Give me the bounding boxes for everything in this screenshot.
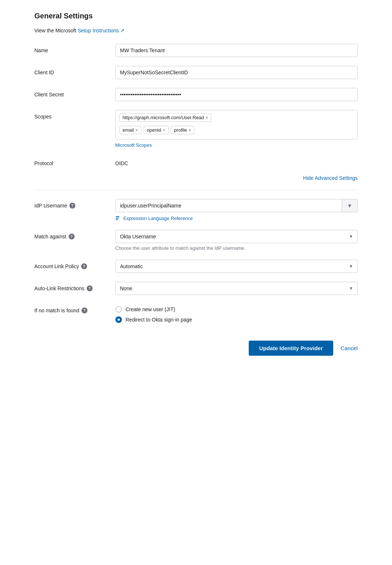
expression-link-text: Expression Language Reference	[123, 216, 193, 221]
auto-link-restrictions-label: Auto-Link Restrictions ?	[35, 282, 115, 291]
account-link-policy-select[interactable]: Automatic Disabled	[115, 260, 358, 273]
svg-rect-1	[116, 218, 119, 218]
no-match-radio-group: Create new user (JIT) Redirect to Okta s…	[115, 304, 358, 323]
protocol-field-row: Protocol OIDC	[35, 157, 358, 166]
external-link-icon: ↗	[120, 28, 125, 33]
setup-prefix: View the Microsoft	[35, 28, 76, 33]
client-id-field-row: Client ID	[35, 66, 358, 79]
idp-username-dropdown-button[interactable]: ▼	[342, 199, 357, 212]
svg-rect-2	[116, 219, 118, 220]
match-against-control-wrap: Okta Username Okta Email Custom ▼ Choose…	[115, 230, 358, 251]
client-secret-label: Client Secret	[35, 88, 115, 97]
page-container: General Settings View the Microsoft Setu…	[20, 0, 373, 378]
no-match-field-row: If no match is found ? Create new user (…	[35, 304, 358, 323]
remove-openid-btn[interactable]: ×	[163, 128, 165, 132]
match-against-label: Match against ?	[35, 230, 115, 239]
no-match-control-wrap: Create new user (JIT) Redirect to Okta s…	[115, 304, 358, 323]
remove-profile-btn[interactable]: ×	[188, 128, 191, 132]
no-match-option-redirect[interactable]: Redirect to Okta sign-in page	[115, 316, 358, 323]
hide-advanced-button[interactable]: Hide Advanced Settings	[303, 175, 358, 181]
radio-circle-jit	[115, 306, 122, 313]
idp-username-input-group: ▼	[115, 199, 358, 212]
scopes-top-row: https://graph.microsoft.com/User.Read ×	[119, 113, 354, 122]
no-match-help-icon[interactable]: ?	[82, 308, 87, 313]
idp-username-input[interactable]	[116, 199, 342, 212]
match-against-field-row: Match against ? Okta Username Okta Email…	[35, 230, 358, 251]
match-against-help-text: Choose the user attribute to match again…	[115, 245, 358, 251]
update-identity-provider-button[interactable]: Update Identity Provider	[249, 341, 333, 356]
account-link-policy-control-wrap: Automatic Disabled ▼	[115, 260, 358, 273]
footer-row: Update Identity Provider Cancel	[35, 341, 358, 356]
account-link-policy-label: Account Link Policy ?	[35, 260, 115, 269]
scopes-field-row: Scopes https://graph.microsoft.com/User.…	[35, 110, 358, 148]
name-input[interactable]	[115, 44, 358, 57]
radio-circle-redirect	[115, 316, 122, 323]
protocol-label: Protocol	[35, 157, 115, 166]
idp-username-help-icon[interactable]: ?	[69, 203, 75, 209]
hide-advanced-row: Hide Advanced Settings	[35, 175, 358, 181]
match-against-select-wrap: Okta Username Okta Email Custom ▼	[115, 230, 358, 243]
expression-language-link[interactable]: Expression Language Reference	[115, 215, 358, 221]
microsoft-scopes-link[interactable]: Microsoft Scopes	[115, 142, 358, 148]
scopes-box[interactable]: https://graph.microsoft.com/User.Read × …	[115, 110, 358, 139]
divider	[35, 190, 358, 190]
auto-link-restrictions-control-wrap: None Any Group ▼	[115, 282, 358, 295]
auto-link-restrictions-field-row: Auto-Link Restrictions ? None Any Group …	[35, 282, 358, 295]
scopes-label: Scopes	[35, 110, 115, 120]
name-control-wrap	[115, 44, 358, 57]
client-id-label: Client ID	[35, 66, 115, 75]
setup-instructions-link[interactable]: Setup Instructions ↗	[78, 28, 125, 33]
svg-rect-0	[116, 216, 119, 217]
no-match-label: If no match is found ?	[35, 304, 115, 313]
expression-icon	[115, 215, 121, 221]
protocol-control-wrap: OIDC	[115, 157, 358, 166]
idp-username-field-row: IdP Username ? ▼ Expression Language Ref…	[35, 199, 358, 221]
client-id-control-wrap	[115, 66, 358, 79]
client-secret-field-row: Client Secret	[35, 88, 358, 101]
auto-link-restrictions-select-wrap: None Any Group ▼	[115, 282, 358, 295]
cancel-button[interactable]: Cancel	[341, 341, 358, 356]
scope-tag-profile: profile ×	[171, 126, 194, 134]
page-title: General Settings	[35, 12, 358, 20]
remove-ms-graph-btn[interactable]: ×	[205, 116, 208, 120]
name-field-row: Name	[35, 44, 358, 57]
remove-email-btn[interactable]: ×	[136, 128, 138, 132]
account-link-policy-field-row: Account Link Policy ? Automatic Disabled…	[35, 260, 358, 273]
idp-username-control-wrap: ▼ Expression Language Reference	[115, 199, 358, 221]
idp-username-label: IdP Username ?	[35, 199, 115, 209]
client-secret-input[interactable]	[115, 88, 358, 101]
scopes-control-wrap: https://graph.microsoft.com/User.Read × …	[115, 110, 358, 148]
auto-link-restrictions-help-icon[interactable]: ?	[87, 285, 93, 291]
client-secret-control-wrap	[115, 88, 358, 101]
name-label: Name	[35, 44, 115, 53]
setup-instructions-row: View the Microsoft Setup Instructions ↗	[35, 28, 358, 33]
account-link-policy-help-icon[interactable]: ?	[81, 263, 87, 269]
no-match-option-jit[interactable]: Create new user (JIT)	[115, 306, 358, 313]
protocol-value: OIDC	[115, 157, 358, 166]
auto-link-restrictions-select[interactable]: None Any Group	[115, 282, 358, 295]
match-against-select[interactable]: Okta Username Okta Email Custom	[115, 230, 358, 243]
scope-tag-ms-graph: https://graph.microsoft.com/User.Read ×	[119, 113, 212, 122]
client-id-input[interactable]	[115, 66, 358, 79]
match-against-help-icon[interactable]: ?	[69, 234, 75, 239]
account-link-policy-select-wrap: Automatic Disabled ▼	[115, 260, 358, 273]
scope-tag-email: email ×	[119, 126, 141, 134]
scope-tag-openid: openid ×	[144, 126, 169, 134]
